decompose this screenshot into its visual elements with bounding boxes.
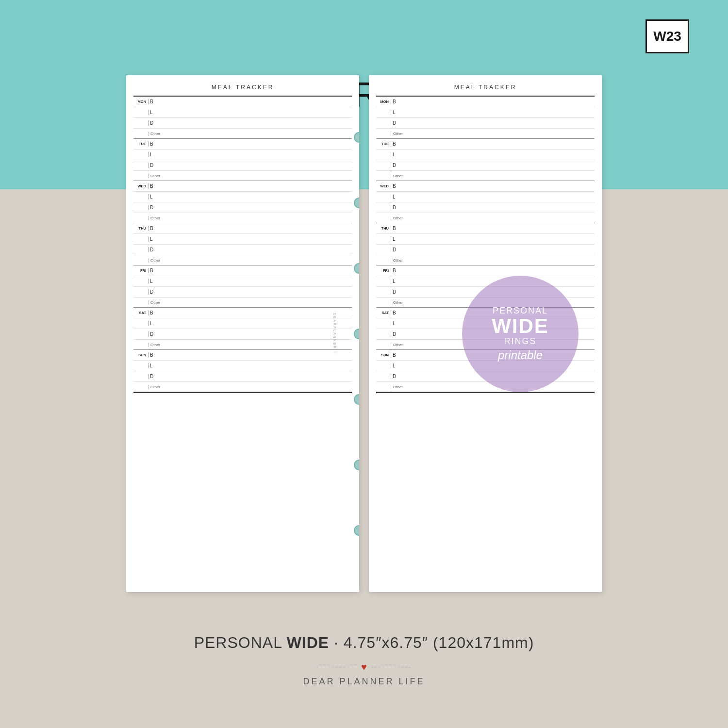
meal-label-b: B <box>148 99 155 104</box>
meal-label-l: L <box>148 363 155 368</box>
meal-row-tue-d: D <box>376 160 595 171</box>
day-label-sun: SUN <box>133 353 148 357</box>
ring-5 <box>354 394 359 405</box>
watermark: PERSONAL WIDE RINGS printable <box>462 276 579 392</box>
meal-label-l: L <box>148 152 155 157</box>
meal-label-d: D <box>148 289 155 295</box>
meal-row-mon-b: MONB <box>133 97 352 107</box>
day-label-wed: WED <box>133 184 148 188</box>
meal-row-sat-other: Other <box>133 340 352 349</box>
meal-label-b: B <box>391 183 397 189</box>
meal-row-tue-l: L <box>376 149 595 160</box>
meal-label-d: D <box>391 247 397 252</box>
meal-row-fri-l: L <box>133 276 352 287</box>
brand-dots: ♥ <box>317 662 411 673</box>
meal-label-d: D <box>391 374 397 379</box>
day-group-thu: THUB L D Other <box>133 223 352 265</box>
day-group-thu: THUB L D Other <box>376 223 595 265</box>
size-text: PERSONAL WIDE · 4.75″x6.75″ (120x171mm) <box>194 634 534 652</box>
meal-label-d: D <box>391 205 397 210</box>
meal-row-fri-d: D <box>133 287 352 298</box>
meal-label-d: D <box>391 289 397 295</box>
meal-label-b: B <box>148 226 155 231</box>
meal-row-thu-b: THUB <box>133 223 352 234</box>
meal-row-fri-other: Other <box>133 298 352 307</box>
meal-label-l: L <box>391 363 397 368</box>
other-label: Other <box>148 174 164 178</box>
meal-label-d: D <box>148 120 155 126</box>
meal-row-mon-d: D <box>133 118 352 129</box>
watermark-rings: RINGS <box>504 336 536 347</box>
meal-row-thu-d: D <box>376 245 595 255</box>
day-group-wed: WEDB L D Other <box>376 181 595 223</box>
left-page-title: MEAL TRACKER <box>126 84 359 91</box>
meal-row-mon-b: MONB <box>376 97 595 107</box>
day-group-sat: SATB L D Other <box>133 308 352 350</box>
meal-row-mon-l: L <box>376 107 595 118</box>
meal-row-mon-other: Other <box>376 129 595 138</box>
day-label-tue: TUE <box>133 142 148 146</box>
meal-label-b: B <box>148 310 155 315</box>
meal-label-d: D <box>148 205 155 210</box>
ring-6 <box>354 460 359 470</box>
meal-label-b: B <box>391 141 397 147</box>
meal-row-tue-b: TUEB <box>133 139 352 149</box>
day-label-mon: MON <box>133 99 148 104</box>
meal-row-tue-l: L <box>133 149 352 160</box>
right-page: MEAL TRACKER MONB L D Other TUEB <box>369 75 602 592</box>
meal-label-l: L <box>391 321 397 326</box>
pages-container: MEAL TRACKER MONB L D Other TUEB <box>24 75 704 592</box>
meal-row-sun-b: SUNB <box>133 350 352 361</box>
other-label: Other <box>391 174 406 178</box>
meal-label-l: L <box>391 279 397 284</box>
meal-row-fri-b: FRIB <box>376 265 595 276</box>
meal-row-tue-b: TUEB <box>376 139 595 149</box>
other-label: Other <box>148 385 164 389</box>
meal-row-sun-d: D <box>133 371 352 382</box>
day-group-mon: MONB L D Other <box>133 97 352 139</box>
meal-label-b: B <box>148 141 155 147</box>
badge-w23: W23 <box>645 19 689 53</box>
meal-row-wed-b: WEDB <box>376 181 595 192</box>
brand-area: ♥ DEAR PLANNER LIFE <box>303 662 425 687</box>
meal-row-wed-d: D <box>376 202 595 213</box>
dot-line-left <box>317 667 356 667</box>
day-label-tue: TUE <box>376 142 391 146</box>
other-label: Other <box>148 258 164 263</box>
meal-row-thu-l: L <box>133 234 352 245</box>
meal-label-d: D <box>391 163 397 168</box>
meal-label-b: B <box>391 226 397 231</box>
ring-7 <box>354 525 359 536</box>
meal-row-mon-d: D <box>376 118 595 129</box>
day-label-fri: FRI <box>376 268 391 273</box>
meal-row-thu-other: Other <box>133 255 352 265</box>
day-label-thu: THU <box>376 226 391 231</box>
day-label-mon: MON <box>376 99 391 104</box>
meal-label-d: D <box>148 247 155 252</box>
meal-label-l: L <box>148 236 155 242</box>
size-personal: PERSONAL <box>194 634 282 651</box>
meal-row-fri-b: FRIB <box>133 265 352 276</box>
meal-label-d: D <box>148 331 155 337</box>
day-label-fri: FRI <box>133 268 148 273</box>
meal-row-wed-l: L <box>133 192 352 202</box>
meal-row-wed-d: D <box>133 202 352 213</box>
meal-row-sun-other: Other <box>133 382 352 392</box>
left-tracker-content: MONB L D Other TUEB L <box>126 97 359 392</box>
meal-row-tue-other: Other <box>133 171 352 181</box>
day-group-tue: TUEB L D Other <box>133 139 352 181</box>
meal-label-l: L <box>391 110 397 115</box>
brand-name: DEAR PLANNER LIFE <box>303 677 425 687</box>
meal-row-fri-l: L <box>376 276 595 287</box>
day-label-wed: WED <box>376 184 391 188</box>
right-page-title: MEAL TRACKER <box>369 84 602 91</box>
ring-4 <box>354 329 359 339</box>
meal-label-b: B <box>391 352 397 358</box>
other-label: Other <box>391 258 406 263</box>
meal-label-d: D <box>391 331 397 337</box>
day-label-sat: SAT <box>133 311 148 315</box>
meal-label-d: D <box>148 374 155 379</box>
day-group-sun: SUNB L D Other <box>133 350 352 392</box>
other-label: Other <box>391 132 406 136</box>
ring-2 <box>354 198 359 208</box>
